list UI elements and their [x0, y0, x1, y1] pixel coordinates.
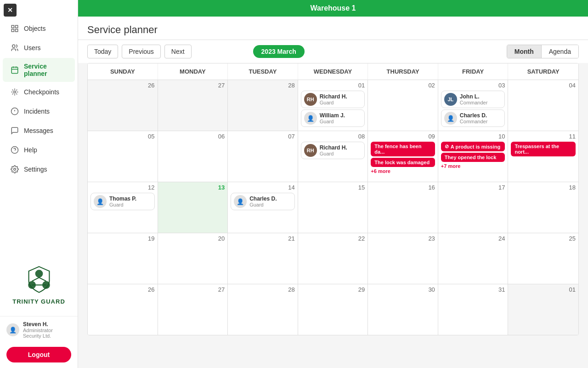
event-name: Richard H. — [320, 93, 347, 100]
topbar-title: Warehouse 1 — [311, 4, 356, 12]
day-cell-mar30[interactable]: 30 — [368, 284, 438, 335]
event-john-l-mar03[interactable]: JL John L. Commander — [441, 91, 505, 108]
day-cell-mar16[interactable]: 16 — [368, 182, 438, 233]
svg-rect-2 — [11, 29, 14, 32]
event-role: Guard — [320, 119, 345, 124]
day-cell-mar01[interactable]: 01 RH Richard H. Guard 👤 William J. Guar… — [298, 80, 368, 131]
incidents-icon — [10, 107, 19, 116]
day-cell-mar15[interactable]: 15 — [298, 182, 368, 233]
avatar: JL — [444, 93, 457, 106]
event-charles-d-mar03[interactable]: 👤 Charles D. Commander — [441, 109, 505, 127]
avatar: RH — [304, 93, 317, 106]
calendar-week-1: 26 27 28 01 RH Richard H. Guard 👤 — [88, 80, 578, 131]
event-name: Charles D. — [249, 196, 277, 202]
day-cell-mar14[interactable]: 14 👤 Charles D. Guard — [228, 182, 298, 233]
avatar: 👤 — [304, 112, 317, 125]
calendar-icon — [10, 65, 19, 75]
sidebar-item-incidents[interactable]: Incidents — [3, 102, 75, 121]
more-incidents-mar10[interactable]: +7 more — [441, 163, 505, 169]
svg-rect-1 — [16, 25, 18, 28]
day-cell-mar28[interactable]: 28 — [228, 284, 298, 335]
day-cell-mar20[interactable]: 20 — [158, 233, 228, 284]
day-cell-mar25[interactable]: 25 — [508, 233, 578, 284]
objects-icon — [10, 24, 19, 33]
day-cell-mar29[interactable]: 29 — [298, 284, 368, 335]
event-richard-h-mar08[interactable]: RH Richard H. Guard — [301, 142, 365, 159]
sidebar-item-checkpoints[interactable]: Checkpoints — [3, 83, 75, 101]
svg-rect-3 — [16, 29, 18, 32]
incident-trespassers[interactable]: Trespassers at the nort... — [511, 142, 576, 156]
calendar-week-5: 26 27 28 29 30 31 01 — [88, 284, 578, 335]
day-cell-mar04[interactable]: 04 — [508, 80, 578, 131]
sidebar-item-help[interactable]: Help — [3, 141, 75, 159]
day-cell-mar05[interactable]: 05 — [88, 131, 158, 182]
day-cell-feb27[interactable]: 27 — [158, 80, 228, 131]
header-sunday: SUNDAY — [88, 63, 158, 80]
page-title: Service planner — [87, 24, 579, 36]
day-cell-mar09[interactable]: 09 The fence has been da... The lock was… — [368, 131, 438, 182]
day-cell-mar31[interactable]: 31 — [438, 284, 509, 335]
logout-button[interactable]: Logout — [6, 347, 71, 362]
day-cell-mar21[interactable]: 21 — [228, 233, 298, 284]
sidebar: ✕ Objects Users Service planner — [0, 0, 78, 368]
header-friday: FRIDAY — [438, 63, 509, 80]
event-william-j-mar01[interactable]: 👤 William J. Guard — [301, 109, 365, 127]
checkpoints-icon — [10, 87, 19, 97]
day-cell-mar12[interactable]: 12 👤 Thomas P. Guard — [88, 182, 158, 233]
day-cell-mar03[interactable]: 03 JL John L. Commander 👤 Charles D. Com… — [438, 80, 509, 131]
day-cell-mar07[interactable]: 07 — [228, 131, 298, 182]
month-view-button[interactable]: Month — [507, 45, 542, 58]
day-cell-mar26[interactable]: 26 — [88, 284, 158, 335]
svg-rect-0 — [11, 25, 14, 28]
previous-button[interactable]: Previous — [122, 45, 160, 58]
event-richard-h-mar01[interactable]: RH Richard H. Guard — [301, 91, 365, 108]
header-monday: MONDAY — [158, 63, 228, 80]
event-role: Guard — [320, 151, 347, 156]
event-role: Guard — [320, 100, 347, 105]
day-cell-mar27[interactable]: 27 — [158, 284, 228, 335]
sidebar-nav: Objects Users Service planner Checkpoint… — [0, 18, 78, 257]
day-cell-mar19[interactable]: 19 — [88, 233, 158, 284]
agenda-view-button[interactable]: Agenda — [542, 45, 578, 58]
day-cell-feb26[interactable]: 26 — [88, 80, 158, 131]
day-cell-mar11[interactable]: 11 Trespassers at the nort... — [508, 131, 578, 182]
day-cell-mar08[interactable]: 08 RH Richard H. Guard — [298, 131, 368, 182]
sidebar-item-service-planner[interactable]: Service planner — [3, 58, 75, 82]
day-cell-mar17[interactable]: 17 — [438, 182, 509, 233]
sidebar-item-objects-label: Objects — [24, 25, 45, 32]
avatar: 👤 — [94, 195, 107, 208]
day-cell-mar18[interactable]: 18 — [508, 182, 578, 233]
sidebar-item-settings[interactable]: Settings — [3, 160, 75, 178]
incident-lock[interactable]: The lock was damaged — [371, 158, 435, 167]
day-cell-feb28[interactable]: 28 — [228, 80, 298, 131]
next-button[interactable]: Next — [164, 45, 192, 58]
today-button[interactable]: Today — [87, 45, 118, 58]
more-incidents-mar09[interactable]: +6 more — [371, 168, 435, 174]
day-cell-mar13-today[interactable]: 13 — [158, 182, 228, 233]
day-cell-mar10[interactable]: 10 ⊘ A product is missing They opened th… — [438, 131, 509, 182]
day-cell-mar24[interactable]: 24 — [438, 233, 509, 284]
incident-fence[interactable]: The fence has been da... — [371, 142, 435, 156]
day-cell-mar06[interactable]: 06 — [158, 131, 228, 182]
day-cell-mar23[interactable]: 23 — [368, 233, 438, 284]
calendar-wrap: SUNDAY MONDAY TUESDAY WEDNESDAY THURSDAY… — [78, 63, 588, 368]
incident-opened-lock[interactable]: They opened the lock — [441, 153, 505, 162]
sidebar-item-messages[interactable]: Messages — [3, 121, 75, 140]
svg-point-4 — [12, 45, 15, 47]
day-cell-mar22[interactable]: 22 — [298, 233, 368, 284]
user-name: Steven H. — [23, 321, 53, 328]
svg-line-19 — [32, 277, 39, 281]
incident-product[interactable]: ⊘ A product is missing — [441, 142, 505, 151]
sidebar-item-help-label: Help — [24, 146, 37, 154]
day-cell-mar02[interactable]: 02 — [368, 80, 438, 131]
close-icon[interactable]: ✕ — [4, 4, 17, 17]
warning-icon: ⊘ — [445, 144, 449, 150]
sidebar-item-users[interactable]: Users — [3, 39, 75, 57]
sidebar-item-incidents-label: Incidents — [24, 108, 50, 115]
day-cell-apr01[interactable]: 01 — [508, 284, 578, 335]
event-charles-d-mar14[interactable]: 👤 Charles D. Guard — [231, 193, 295, 210]
event-thomas-p-mar12[interactable]: 👤 Thomas P. Guard — [90, 193, 155, 210]
svg-point-16 — [35, 270, 43, 278]
event-name: Charles D. — [460, 112, 488, 119]
sidebar-item-objects[interactable]: Objects — [3, 19, 75, 38]
